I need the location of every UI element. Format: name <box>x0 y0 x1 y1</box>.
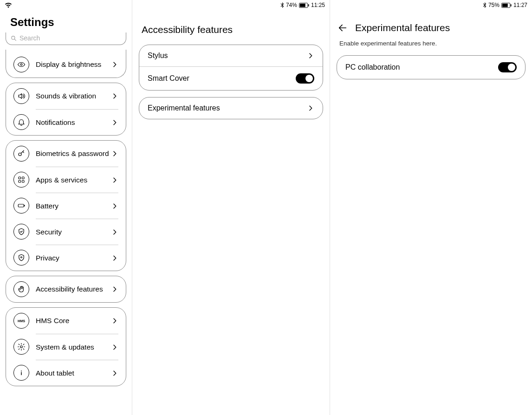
svg-line-1 <box>14 39 16 40</box>
sidebar-item-hms-core[interactable]: HMSHMS Core <box>6 308 126 334</box>
svg-rect-8 <box>18 204 24 207</box>
info-icon <box>13 365 29 381</box>
row-label: Stylus <box>148 52 168 60</box>
sidebar-item-label: About tablet <box>36 369 74 377</box>
sidebar-item-battery[interactable]: Battery <box>6 193 126 219</box>
svg-point-10 <box>21 257 22 258</box>
clock: 11:27 <box>513 2 527 8</box>
sidebar-item-label: HMS Core <box>36 316 69 325</box>
clock: 11:25 <box>311 2 325 8</box>
sidebar-item-security[interactable]: Security <box>6 219 126 245</box>
sidebar-item-label: Biometrics & password <box>36 149 109 158</box>
sidebar-item-label: Notifications <box>36 118 75 127</box>
svg-rect-16 <box>308 4 309 6</box>
eye-icon <box>13 57 29 72</box>
battery-icon <box>501 3 512 8</box>
page-subtitle: Enable experimental features here. <box>330 38 532 52</box>
bluetooth-icon <box>280 2 284 8</box>
battery-icon <box>299 3 309 8</box>
battery-icon <box>13 198 29 214</box>
svg-point-2 <box>20 64 22 65</box>
sidebar-item-display-brightness[interactable]: Display & brightness <box>6 52 126 78</box>
svg-point-13 <box>21 370 22 371</box>
status-bar-left: x <box>0 0 132 10</box>
row-smart-cover[interactable]: Smart Cover <box>139 66 323 90</box>
sidebar-item-label: Apps & services <box>36 175 87 184</box>
experimental-pane: 75% 11:27 Experimental features Enable e… <box>330 0 532 415</box>
sidebar-item-label: Security <box>36 227 62 236</box>
battery-percent: 74% <box>286 2 297 8</box>
sidebar-item-label: Battery <box>36 201 58 210</box>
gear-icon <box>13 339 29 355</box>
sidebar-item-label: System & updates <box>36 343 94 351</box>
sidebar-item-privacy[interactable]: Privacy <box>6 245 126 271</box>
sidebar-item-system-updates[interactable]: System & updates <box>6 334 126 360</box>
svg-rect-9 <box>24 205 25 207</box>
back-button[interactable] <box>337 23 348 33</box>
svg-rect-19 <box>511 4 512 6</box>
svg-rect-6 <box>19 181 21 183</box>
sidebar-item-accessibility-features[interactable]: Accessibility features <box>6 276 126 302</box>
sidebar-item-about-tablet[interactable]: About tablet <box>6 360 126 386</box>
sidebar-item-biometrics-password[interactable]: Biometrics & password <box>6 141 126 167</box>
svg-rect-18 <box>502 3 508 6</box>
search-placeholder: Search <box>19 34 40 42</box>
key-icon <box>13 146 29 162</box>
page-title: Settings <box>0 10 132 32</box>
row-label: Experimental features <box>148 104 220 112</box>
sidebar-item-apps-services[interactable]: Apps & services <box>6 167 126 193</box>
toggle-smart-cover[interactable] <box>296 73 314 84</box>
sidebar-item-label: Accessibility features <box>36 285 103 293</box>
battery-percent: 75% <box>488 2 500 8</box>
status-bar-right: 75% 11:27 <box>330 0 532 10</box>
row-experimental-features[interactable]: Experimental features <box>139 97 323 119</box>
badge-icon <box>13 250 29 266</box>
apps-icon <box>13 172 29 188</box>
accessibility-pane: 74% 11:25 Accessibility features StylusS… <box>132 0 330 415</box>
hand-icon <box>13 281 29 297</box>
page-title: Accessibility features <box>132 10 330 42</box>
row-label: PC collaboration <box>345 63 400 71</box>
svg-rect-5 <box>22 177 25 179</box>
search-icon <box>11 35 17 41</box>
shield-icon <box>13 224 29 240</box>
bell-icon <box>13 114 29 130</box>
sidebar-item-sounds-vibration[interactable]: Sounds & vibration <box>6 83 126 109</box>
status-bar-mid: 74% 11:25 <box>132 0 330 10</box>
row-label: Smart Cover <box>148 74 189 83</box>
sidebar-item-label: Sounds & vibration <box>36 91 96 100</box>
settings-pane: x Settings Search Display & brightnessSo… <box>0 0 132 415</box>
svg-rect-4 <box>19 177 21 179</box>
svg-rect-7 <box>22 181 25 183</box>
sound-icon <box>13 88 29 104</box>
hms-icon: HMS <box>13 313 29 329</box>
sidebar-item-label: Display & brightness <box>36 60 101 69</box>
sidebar-item-label: Privacy <box>36 253 59 262</box>
search-input[interactable]: Search <box>6 32 126 45</box>
svg-point-12 <box>20 346 23 348</box>
bluetooth-icon <box>483 2 487 8</box>
toggle-pc-collaboration[interactable] <box>498 62 517 72</box>
svg-rect-15 <box>300 3 305 6</box>
row-stylus[interactable]: Stylus <box>139 45 323 66</box>
page-title: Experimental features <box>355 22 450 33</box>
svg-text:HMS: HMS <box>18 319 25 323</box>
row-pc-collaboration[interactable]: PC collaboration <box>337 56 525 79</box>
wifi-icon <box>5 2 12 8</box>
sidebar-item-notifications[interactable]: Notifications <box>6 109 126 135</box>
